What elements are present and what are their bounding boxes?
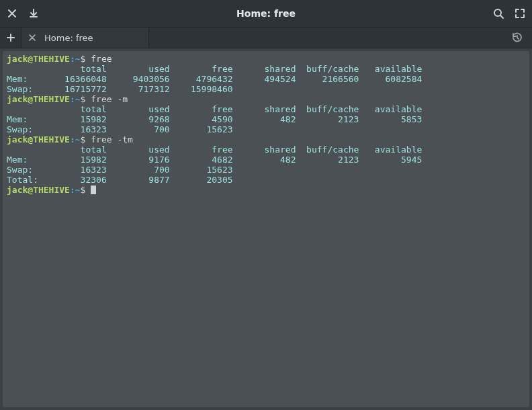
window-title: Home: free: [236, 8, 296, 19]
table-row: Swap: 16323 700 15623: [7, 165, 233, 175]
table-row: Mem: 16366048 9403056 4796432 494524 216…: [7, 74, 422, 84]
table-row: Total: 32306 9877 20305: [7, 175, 233, 185]
tab-label: Home: free: [44, 33, 93, 43]
table-row: Mem: 15982 9176 4682 482 2123 5945: [7, 155, 422, 165]
close-window-button[interactable]: [5, 7, 19, 20]
search-icon: [493, 8, 504, 19]
tabbar: Home: free: [0, 27, 532, 48]
table-header: total used free shared buff/cache availa…: [7, 64, 422, 74]
command-line: free: [91, 54, 112, 64]
search-button[interactable]: [492, 7, 505, 20]
close-icon: [8, 9, 16, 17]
new-tab-button[interactable]: [0, 28, 21, 48]
table-header: total used free shared buff/cache availa…: [7, 104, 422, 114]
history-icon: [512, 32, 523, 43]
cursor: [91, 186, 96, 194]
fullscreen-button[interactable]: [513, 7, 527, 20]
table-row: Mem: 15982 9268 4590 482 2123 5853: [7, 114, 422, 124]
prompt-user: jack: [7, 54, 28, 64]
table-row: Swap: 16323 700 15623: [7, 124, 233, 134]
terminal-output: jack@THEHIVE:~$ free total used free sha…: [7, 54, 525, 195]
command-line: free -tm: [91, 134, 133, 145]
terminal-pane[interactable]: jack@THEHIVE:~$ free total used free sha…: [3, 51, 529, 407]
download-icon: [29, 9, 38, 18]
prompt-host: THEHIVE: [33, 54, 70, 64]
table-header: total used free shared buff/cache availa…: [7, 145, 422, 155]
close-icon: [29, 34, 36, 41]
tab-close-button[interactable]: [27, 32, 38, 43]
tab-home-free[interactable]: Home: free: [21, 28, 149, 48]
download-button[interactable]: [27, 7, 40, 20]
history-button[interactable]: [509, 30, 525, 46]
command-line: free -m: [91, 94, 128, 104]
titlebar: Home: free: [0, 0, 532, 27]
table-row: Swap: 16715772 717312 15998460: [7, 84, 233, 94]
plus-icon: [7, 34, 15, 42]
prompt-path: ~: [75, 54, 81, 64]
expand-icon: [515, 9, 525, 18]
